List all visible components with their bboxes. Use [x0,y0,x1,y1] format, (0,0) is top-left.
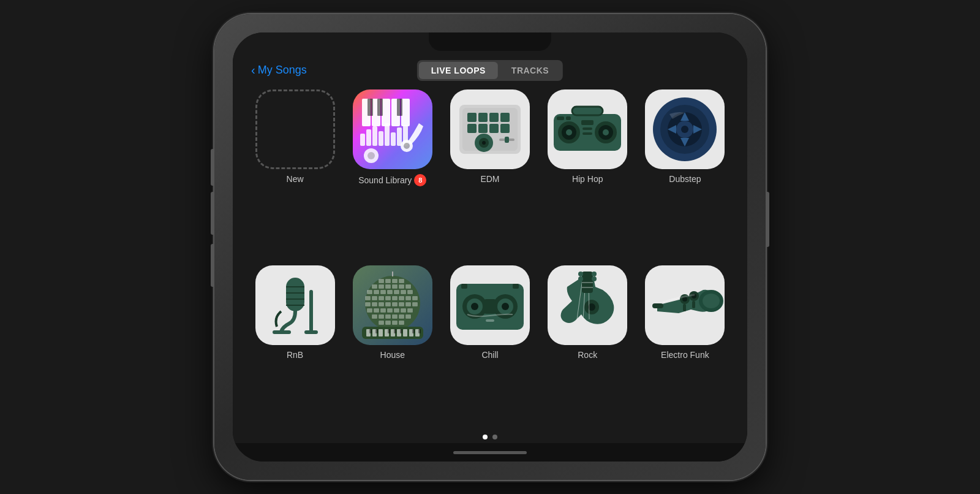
chill-svg [450,265,530,345]
svg-rect-77 [401,290,406,294]
svg-rect-68 [385,284,391,289]
svg-rect-128 [412,329,415,333]
tab-live-loops[interactable]: LIVE LOOPS [419,62,498,79]
svg-point-52 [681,126,688,133]
svg-rect-59 [309,290,313,333]
svg-rect-25 [500,113,510,122]
svg-rect-22 [467,113,477,122]
svg-rect-106 [399,314,404,319]
svg-rect-26 [467,124,477,133]
grid-item-chill[interactable]: Chill [446,265,533,429]
tab-tracks[interactable]: TRACKS [499,62,561,79]
svg-rect-110 [392,321,398,325]
svg-rect-109 [385,321,391,325]
svg-rect-108 [379,321,384,325]
dubstep-svg [645,89,725,169]
rnb-icon [255,265,335,345]
grid-item-hiphop[interactable]: Hip Hop [544,89,631,256]
grid-item-sound-library[interactable]: Sound Library 8 [349,89,436,256]
svg-rect-74 [380,290,386,294]
svg-point-147 [578,272,583,276]
svg-rect-65 [399,279,404,283]
chill-icon [450,265,530,345]
svg-rect-82 [385,296,391,300]
app-grid: New [245,89,735,428]
svg-rect-104 [385,314,391,319]
volume-down-button[interactable] [211,244,214,287]
svg-rect-73 [374,290,379,294]
svg-point-150 [592,276,597,281]
dubstep-label: Dubstep [669,174,701,184]
svg-rect-129 [418,329,421,333]
svg-rect-105 [392,314,398,319]
svg-rect-83 [392,296,398,300]
grid-item-dubstep[interactable]: Dubstep [641,89,729,256]
grid-item-rock[interactable]: Rock [544,265,631,429]
svg-rect-34 [505,137,509,143]
notch [429,32,551,51]
house-label: House [380,350,405,360]
svg-rect-137 [484,299,496,314]
pagination-dot-1[interactable] [483,435,488,439]
svg-point-154 [703,294,720,308]
electrofunk-icon [645,265,725,345]
svg-rect-12 [385,123,390,146]
svg-point-133 [471,303,478,310]
svg-rect-63 [385,279,391,283]
svg-rect-29 [500,124,510,133]
grid-item-house[interactable]: House [349,265,436,429]
svg-rect-124 [375,329,378,333]
grid-item-new[interactable]: New [251,89,339,256]
svg-rect-125 [388,329,390,333]
svg-rect-160 [683,304,686,311]
edm-label: EDM [480,174,499,184]
home-indicator-area [233,443,747,462]
rock-icon [548,265,627,345]
volume-up-button[interactable] [211,192,214,235]
home-bar[interactable] [453,451,527,454]
svg-rect-80 [372,296,377,300]
svg-rect-53 [286,278,304,311]
svg-point-32 [482,141,486,145]
svg-point-38 [566,129,572,135]
svg-rect-140 [486,319,494,322]
header: ‹ My Songs LIVE LOOPS TRACKS [245,63,735,77]
svg-rect-44 [582,132,592,135]
grid-item-rnb[interactable]: RnB [251,265,339,429]
grid-item-edm[interactable]: EDM [446,89,533,256]
hiphop-label: Hip Hop [572,174,603,184]
sound-library-svg [353,89,432,169]
svg-rect-28 [489,124,499,133]
svg-rect-107 [405,314,411,319]
svg-rect-89 [379,302,384,306]
svg-rect-2 [382,99,390,126]
svg-rect-72 [367,290,372,294]
back-label: My Songs [258,64,307,77]
svg-rect-111 [399,321,404,325]
hiphop-icon [548,89,627,169]
svg-rect-13 [391,132,396,146]
edm-icon [450,89,530,169]
tab-switcher: LIVE LOOPS TRACKS [417,60,563,81]
svg-point-17 [404,143,410,149]
svg-rect-126 [394,329,396,333]
svg-rect-102 [372,314,377,319]
rock-label: Rock [578,350,597,360]
pagination-dot-2[interactable] [492,435,497,439]
sound-library-label: Sound Library [358,175,412,185]
back-button[interactable]: ‹ My Songs [251,63,307,77]
house-label-row: House [380,350,405,360]
power-button[interactable] [766,192,769,247]
svg-rect-100 [401,308,406,313]
back-chevron-icon: ‹ [251,63,255,77]
svg-rect-85 [405,296,411,300]
edm-label-row: EDM [480,174,499,184]
grid-item-electrofunk[interactable]: Electro Funk [641,265,729,429]
svg-rect-91 [392,302,398,306]
svg-rect-5 [368,99,373,116]
svg-rect-4 [401,99,410,126]
sound-library-badge: 8 [414,174,426,186]
svg-rect-90 [385,302,391,306]
dubstep-label-row: Dubstep [669,174,701,184]
hiphop-label-row: Hip Hop [572,174,603,184]
